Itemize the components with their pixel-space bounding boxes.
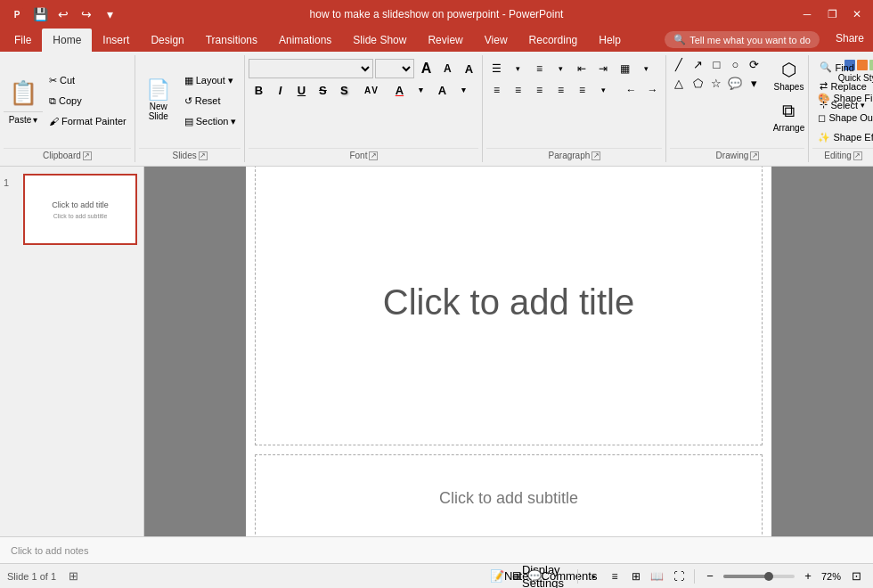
columns-dropdown[interactable]: ▾ [636, 59, 656, 78]
zoom-out-button[interactable]: − [700, 567, 720, 586]
save-button[interactable]: 💾 [30, 4, 50, 24]
comments-button[interactable]: 💬 Comments [552, 567, 572, 586]
fit-slide-button[interactable]: ⊞ [63, 567, 83, 586]
window-controls: ─ ❐ ✕ [798, 5, 866, 23]
shape-arrow[interactable]: ↗ [689, 55, 706, 73]
strikethrough-button[interactable]: S [313, 80, 332, 100]
redo-button[interactable]: ↪ [77, 4, 96, 24]
share-button[interactable]: Share [827, 29, 873, 48]
customize-button[interactable]: ▾ [100, 4, 119, 24]
minimize-button[interactable]: ─ [798, 5, 816, 23]
line-spacing-dropdown[interactable]: ▾ [593, 80, 613, 100]
select-button[interactable]: ⊹ Select ▾ [812, 96, 872, 113]
tab-slideshow[interactable]: Slide Show [342, 29, 417, 52]
arrange-button[interactable]: ⧉ Arrange [766, 97, 811, 136]
highlight-dropdown[interactable]: ▾ [453, 80, 473, 100]
slide-subtitle-zone[interactable]: Click to add subtitle [255, 454, 763, 537]
line-spacing-button[interactable]: ≡ [572, 80, 592, 100]
decrease-indent-button[interactable]: ⇤ [572, 59, 592, 78]
shapes-button[interactable]: ⬡ Shapes [766, 55, 811, 95]
outline-view-button[interactable]: ≡ [605, 567, 624, 586]
slide-title-zone[interactable]: Click to add title [255, 167, 763, 445]
rtl-button[interactable]: ← [621, 80, 640, 100]
ltr-button[interactable]: → [642, 80, 662, 100]
replace-button[interactable]: ⇄ Replace [812, 78, 873, 94]
drawing-expand-button[interactable]: ↗ [750, 151, 759, 160]
increase-font-size-button[interactable]: A [416, 59, 436, 78]
normal-view-button[interactable]: ▪ [583, 567, 603, 586]
bullets-button[interactable]: ☰ [486, 59, 506, 78]
font-name-select[interactable] [249, 59, 373, 78]
bullets-dropdown[interactable]: ▾ [508, 59, 527, 78]
slides-expand-button[interactable]: ↗ [199, 151, 208, 160]
editing-expand-button[interactable]: ↗ [853, 151, 862, 160]
align-left-button[interactable]: ≡ [486, 80, 506, 100]
font-color-button[interactable]: A [389, 80, 409, 100]
decrease-font-size-button[interactable]: A [437, 59, 457, 78]
tab-home[interactable]: Home [42, 29, 92, 52]
shadow-button[interactable]: S [334, 80, 354, 100]
shape-oval[interactable]: ○ [726, 55, 744, 73]
font-size-select[interactable] [375, 59, 414, 78]
presenter-view-button[interactable]: ⛶ [669, 567, 689, 586]
clipboard-expand-button[interactable]: ↗ [83, 151, 92, 160]
find-button[interactable]: 🔍 Find [812, 59, 861, 76]
highlight-button[interactable]: A [432, 80, 452, 100]
tab-help[interactable]: Help [588, 29, 632, 52]
align-right-button[interactable]: ≡ [529, 80, 549, 100]
underline-button[interactable]: U [291, 80, 311, 100]
tab-review[interactable]: Review [417, 29, 473, 52]
tab-recording[interactable]: Recording [518, 29, 589, 52]
shape-star[interactable]: ☆ [707, 74, 725, 92]
close-button[interactable]: ✕ [848, 5, 866, 23]
align-center-button[interactable]: ≡ [508, 80, 527, 100]
section-icon: ▤ [184, 116, 193, 127]
tab-file[interactable]: File [4, 29, 42, 52]
char-spacing-button[interactable]: AV [362, 80, 381, 100]
ribbon-group-drawing: ╱ ↗ □ ○ ⟳ △ ⬠ ☆ 💬 ▾ ⬡ Shapes [666, 55, 809, 162]
ribbon-search[interactable]: 🔍 Tell me what you want to do [665, 31, 820, 48]
shape-scroll[interactable]: ⟳ [745, 55, 763, 73]
italic-button[interactable]: I [270, 80, 290, 100]
fit-window-button[interactable]: ⊡ [846, 567, 866, 586]
reset-button[interactable]: ↺ Reset [180, 91, 241, 110]
slide-sorter-button[interactable]: ⊞ [626, 567, 646, 586]
tab-design[interactable]: Design [140, 29, 194, 52]
layout-button[interactable]: ▦ Layout ▾ [180, 70, 241, 90]
font-color-dropdown[interactable]: ▾ [411, 80, 430, 100]
shape-pentagon[interactable]: ⬠ [689, 74, 706, 92]
reading-view-button[interactable]: 📖 [648, 567, 667, 586]
tab-view[interactable]: View [474, 29, 518, 52]
paste-dropdown-button[interactable]: Paste ▾ [4, 111, 43, 127]
font-expand-button[interactable]: ↗ [369, 151, 378, 160]
notes-bar[interactable]: Click to add notes [0, 536, 873, 563]
shapes-more[interactable]: ▾ [745, 74, 763, 92]
numbering-dropdown[interactable]: ▾ [551, 59, 570, 78]
tab-insert[interactable]: Insert [92, 29, 140, 52]
zoom-slider[interactable] [723, 575, 795, 578]
shape-triangle[interactable]: △ [670, 74, 688, 92]
shape-rect[interactable]: □ [707, 55, 725, 73]
new-slide-button[interactable]: 📄 New Slide [139, 74, 178, 127]
shape-callout[interactable]: 💬 [726, 74, 744, 92]
copy-button[interactable]: ⧉ Copy [45, 91, 131, 110]
paragraph-expand-button[interactable]: ↗ [592, 151, 600, 160]
columns-button[interactable]: ▦ [615, 59, 634, 78]
zoom-handle[interactable] [764, 572, 773, 581]
format-painter-button[interactable]: 🖌 Format Painter [45, 111, 131, 131]
restore-button[interactable]: ❐ [823, 5, 841, 23]
clear-formatting-button[interactable]: A [459, 59, 478, 78]
shape-line[interactable]: ╱ [670, 55, 688, 73]
slide-1-thumbnail[interactable]: Click to add title Click to add subtitle [23, 174, 137, 245]
zoom-in-button[interactable]: + [798, 567, 818, 586]
increase-indent-button[interactable]: ⇥ [593, 59, 613, 78]
cut-button[interactable]: ✂ Cut [45, 70, 131, 90]
paste-main-button[interactable]: 📋 [4, 74, 43, 111]
numbering-button[interactable]: ≡ [529, 59, 549, 78]
tab-animations[interactable]: Animations [268, 29, 342, 52]
tab-transitions[interactable]: Transitions [195, 29, 268, 52]
undo-button[interactable]: ↩ [53, 4, 73, 24]
justify-button[interactable]: ≡ [551, 80, 570, 100]
bold-button[interactable]: B [249, 80, 268, 100]
section-button[interactable]: ▤ Section ▾ [180, 111, 241, 131]
